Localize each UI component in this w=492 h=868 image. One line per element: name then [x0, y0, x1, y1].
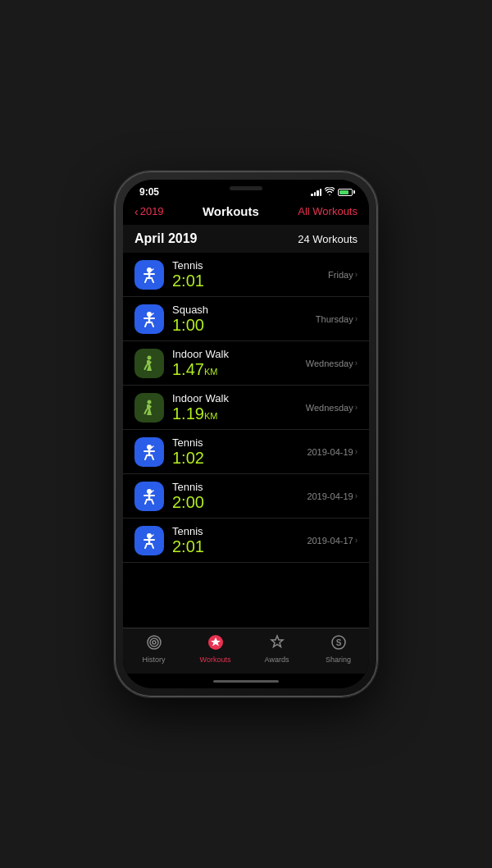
section-month: April 2019 [134, 231, 197, 246]
workout-list[interactable]: Tennis 2:01 Friday › [123, 253, 369, 628]
workout-value: 2:01 [172, 272, 320, 290]
back-year-label: 2019 [140, 205, 164, 217]
workout-name: Tennis [172, 481, 298, 493]
svg-line-29 [145, 500, 147, 504]
chevron-right-icon: › [355, 536, 358, 545]
workout-date: Friday › [328, 270, 358, 280]
workout-name: Tennis [172, 436, 298, 449]
tab-history-label: History [142, 656, 165, 664]
workout-date: 2019-04-19 › [307, 447, 358, 457]
workout-date: Wednesday › [306, 359, 358, 368]
section-header: April 2019 24 Workouts [123, 225, 369, 253]
workout-value: 1:00 [172, 316, 308, 334]
chevron-right-icon: › [355, 270, 358, 279]
workout-date: Wednesday › [306, 403, 358, 413]
workout-name: Indoor Walk [172, 348, 298, 360]
svg-point-41 [153, 641, 156, 644]
workout-icon-tennis [134, 260, 164, 290]
workouts-icon [207, 633, 225, 654]
battery-icon [338, 189, 353, 196]
workout-date: 2019-04-19 › [307, 491, 358, 501]
tab-bar: History Workouts Awards [123, 628, 369, 674]
workout-info: Tennis 2:01 [172, 259, 320, 290]
workout-icon-tennis-4 [134, 526, 164, 555]
tab-awards[interactable]: Awards [246, 633, 308, 664]
workout-info: Indoor Walk 1.47KM [172, 348, 298, 378]
tab-workouts[interactable]: Workouts [184, 633, 246, 664]
workout-icon-tennis-3 [134, 482, 164, 511]
phone-screen: 9:05 [123, 180, 369, 688]
workout-icon-indoor-walk [134, 349, 164, 378]
section-count: 24 Workouts [298, 233, 358, 245]
signal-icon [311, 188, 321, 196]
workout-name: Tennis [172, 259, 320, 272]
svg-point-16 [148, 400, 152, 404]
chevron-right-icon: › [355, 314, 358, 323]
svg-line-36 [145, 544, 147, 548]
status-icons [311, 187, 353, 197]
workout-value: 2:00 [172, 493, 298, 511]
status-time: 9:05 [139, 186, 159, 198]
tab-sharing-label: Sharing [326, 656, 351, 664]
svg-line-22 [145, 455, 147, 459]
tab-workouts-label: Workouts [200, 656, 231, 664]
speaker [230, 186, 262, 190]
svg-line-30 [152, 500, 153, 504]
wifi-icon [325, 187, 335, 197]
workout-info: Indoor Walk 1.19KM [172, 392, 298, 423]
back-chevron-icon: ‹ [134, 205, 139, 218]
workout-icon-squash [134, 304, 164, 334]
nav-title: Workouts [203, 204, 259, 218]
list-item[interactable]: Tennis 2:00 2019-04-19 › [123, 474, 369, 519]
list-item[interactable]: Indoor Walk 1.19KM Wednesday › [123, 386, 369, 430]
workout-info: Tennis 2:01 [172, 525, 298, 555]
svg-line-4 [145, 278, 147, 282]
svg-line-17 [145, 409, 148, 413]
sharing-icon: S [330, 633, 348, 654]
workout-icon-indoor-walk-2 [134, 393, 164, 423]
workout-name: Indoor Walk [172, 392, 298, 404]
list-item[interactable]: Squash 1:00 Thursday › [123, 297, 369, 341]
tab-awards-label: Awards [265, 656, 289, 664]
svg-marker-43 [271, 636, 283, 647]
tab-history[interactable]: History [123, 633, 184, 664]
workout-icon-tennis-2 [134, 437, 164, 467]
svg-line-37 [152, 544, 153, 548]
phone-frame: 9:05 [115, 171, 377, 697]
nav-header: ‹ 2019 Workouts All Workouts [123, 201, 369, 225]
svg-line-23 [152, 455, 153, 459]
svg-line-5 [152, 278, 153, 282]
tab-sharing[interactable]: S Sharing [308, 633, 369, 664]
notch [213, 180, 279, 196]
svg-line-11 [145, 322, 147, 327]
workout-date: Thursday › [316, 314, 358, 324]
svg-point-40 [150, 638, 158, 646]
list-item[interactable]: Indoor Walk 1.47KM Wednesday › [123, 341, 369, 386]
list-item[interactable]: Tennis 2:01 Friday › [123, 253, 369, 297]
list-item[interactable]: Tennis 1:02 2019-04-19 › [123, 430, 369, 474]
svg-line-12 [152, 322, 153, 327]
home-bar [213, 680, 279, 683]
workout-info: Tennis 2:00 [172, 481, 298, 511]
home-indicator [123, 674, 369, 688]
back-button[interactable]: ‹ 2019 [134, 205, 164, 218]
awards-icon [268, 633, 286, 654]
workout-info: Squash 1:00 [172, 304, 308, 334]
svg-text:S: S [335, 638, 341, 647]
workout-info: Tennis 1:02 [172, 436, 298, 467]
workout-date: 2019-04-17 › [307, 536, 358, 546]
chevron-right-icon: › [355, 403, 358, 412]
chevron-right-icon: › [355, 447, 358, 456]
workout-name: Squash [172, 304, 308, 316]
workout-value: 1.19KM [172, 404, 298, 423]
svg-point-14 [148, 355, 152, 359]
chevron-right-icon: › [355, 359, 358, 368]
workout-name: Tennis [172, 525, 298, 537]
workout-value: 1.47KM [172, 360, 298, 378]
chevron-right-icon: › [355, 491, 358, 500]
workout-value: 2:01 [172, 537, 298, 555]
list-item[interactable]: Tennis 2:01 2019-04-17 › [123, 519, 369, 563]
history-icon [145, 633, 163, 654]
workout-value: 1:02 [172, 449, 298, 467]
all-workouts-button[interactable]: All Workouts [298, 205, 358, 217]
